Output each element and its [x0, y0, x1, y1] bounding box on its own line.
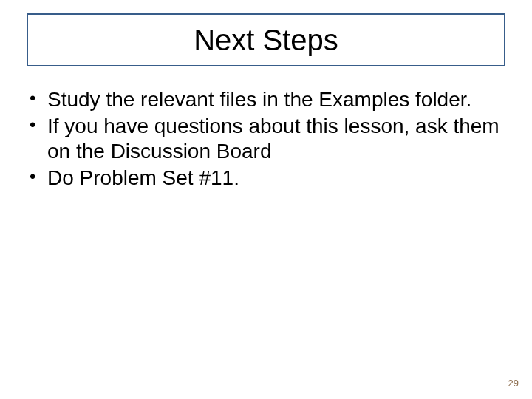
bullet-list: Study the relevant files in the Examples… — [27, 87, 505, 193]
slide: Next Steps Study the relevant files in t… — [0, 0, 532, 399]
list-item: Do Problem Set #11. — [27, 166, 505, 191]
title-box: Next Steps — [27, 13, 505, 66]
slide-title: Next Steps — [194, 24, 338, 57]
list-item: Study the relevant files in the Examples… — [27, 87, 505, 112]
page-number: 29 — [508, 378, 519, 389]
list-item: If you have questions about this lesson,… — [27, 114, 505, 164]
